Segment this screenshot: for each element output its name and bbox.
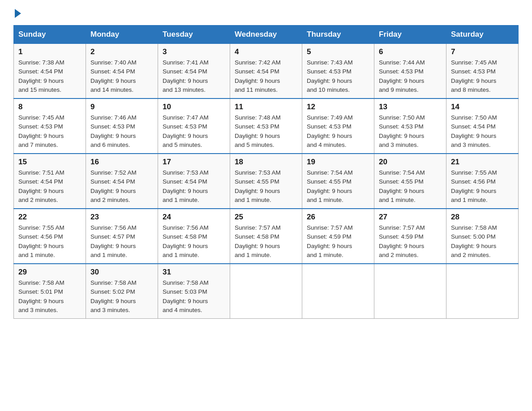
weekday-header-tuesday: Tuesday [158, 26, 230, 44]
day-number: 29 [18, 268, 81, 277]
day-info: Sunrise: 7:50 AMSunset: 4:53 PMDaylight:… [379, 113, 442, 150]
calendar-cell: 9Sunrise: 7:46 AMSunset: 4:53 PMDaylight… [86, 98, 158, 154]
day-info: Sunrise: 7:57 AMSunset: 4:58 PMDaylight:… [235, 223, 297, 260]
calendar-cell: 7Sunrise: 7:45 AMSunset: 4:53 PMDaylight… [446, 44, 519, 99]
calendar-cell: 8Sunrise: 7:45 AMSunset: 4:53 PMDaylight… [14, 98, 86, 154]
day-info: Sunrise: 7:52 AMSunset: 4:54 PMDaylight:… [90, 168, 153, 205]
day-number: 28 [451, 213, 514, 222]
weekday-header-monday: Monday [86, 26, 158, 44]
calendar-cell: 5Sunrise: 7:43 AMSunset: 4:53 PMDaylight… [302, 44, 374, 99]
day-info: Sunrise: 7:43 AMSunset: 4:53 PMDaylight:… [307, 58, 369, 94]
day-info: Sunrise: 7:53 AMSunset: 4:54 PMDaylight:… [163, 168, 225, 205]
calendar-cell: 6Sunrise: 7:44 AMSunset: 4:53 PMDaylight… [374, 44, 446, 99]
calendar-cell: 12Sunrise: 7:49 AMSunset: 4:53 PMDayligh… [302, 98, 374, 154]
day-number: 15 [18, 158, 81, 167]
day-info: Sunrise: 7:57 AMSunset: 4:59 PMDaylight:… [379, 223, 442, 260]
day-info: Sunrise: 7:44 AMSunset: 4:53 PMDaylight:… [379, 58, 442, 94]
calendar-cell: 15Sunrise: 7:51 AMSunset: 4:54 PMDayligh… [14, 154, 86, 209]
day-number: 10 [163, 103, 225, 111]
day-info: Sunrise: 7:58 AMSunset: 5:02 PMDaylight:… [90, 278, 153, 315]
calendar-table: SundayMondayTuesdayWednesdayThursdayFrid… [13, 25, 519, 319]
day-number: 1 [18, 47, 81, 56]
calendar-week-row: 1Sunrise: 7:38 AMSunset: 4:54 PMDaylight… [14, 44, 519, 99]
calendar-cell: 16Sunrise: 7:52 AMSunset: 4:54 PMDayligh… [86, 154, 158, 209]
day-info: Sunrise: 7:46 AMSunset: 4:53 PMDaylight:… [90, 113, 153, 150]
calendar-cell: 30Sunrise: 7:58 AMSunset: 5:02 PMDayligh… [86, 264, 158, 319]
day-number: 17 [163, 158, 225, 167]
calendar-cell: 17Sunrise: 7:53 AMSunset: 4:54 PMDayligh… [158, 154, 230, 209]
calendar-cell: 11Sunrise: 7:48 AMSunset: 4:53 PMDayligh… [230, 98, 302, 154]
day-number: 9 [90, 103, 153, 111]
day-info: Sunrise: 7:53 AMSunset: 4:55 PMDaylight:… [235, 168, 297, 205]
day-number: 31 [163, 268, 225, 277]
day-number: 22 [18, 213, 81, 222]
page-header [13, 9, 519, 16]
calendar-cell [446, 264, 519, 319]
calendar-week-row: 8Sunrise: 7:45 AMSunset: 4:53 PMDaylight… [14, 98, 519, 154]
calendar-cell: 22Sunrise: 7:55 AMSunset: 4:56 PMDayligh… [14, 209, 86, 264]
calendar-cell [374, 264, 446, 319]
logo-arrow-icon [15, 9, 21, 18]
calendar-cell: 18Sunrise: 7:53 AMSunset: 4:55 PMDayligh… [230, 154, 302, 209]
calendar-cell: 27Sunrise: 7:57 AMSunset: 4:59 PMDayligh… [374, 209, 446, 264]
logo-general [13, 9, 21, 18]
day-info: Sunrise: 7:50 AMSunset: 4:54 PMDaylight:… [451, 113, 514, 150]
day-number: 13 [379, 103, 442, 111]
calendar-cell: 19Sunrise: 7:54 AMSunset: 4:55 PMDayligh… [302, 154, 374, 209]
day-info: Sunrise: 7:51 AMSunset: 4:54 PMDaylight:… [18, 168, 81, 205]
day-info: Sunrise: 7:54 AMSunset: 4:55 PMDaylight:… [379, 168, 442, 205]
calendar-cell: 2Sunrise: 7:40 AMSunset: 4:54 PMDaylight… [86, 44, 158, 99]
logo [13, 9, 21, 16]
day-info: Sunrise: 7:54 AMSunset: 4:55 PMDaylight:… [307, 168, 369, 205]
calendar-week-row: 15Sunrise: 7:51 AMSunset: 4:54 PMDayligh… [14, 154, 519, 209]
day-number: 25 [235, 213, 297, 222]
calendar-week-row: 29Sunrise: 7:58 AMSunset: 5:01 PMDayligh… [14, 264, 519, 319]
calendar-cell: 23Sunrise: 7:56 AMSunset: 4:57 PMDayligh… [86, 209, 158, 264]
calendar-cell: 1Sunrise: 7:38 AMSunset: 4:54 PMDaylight… [14, 44, 86, 99]
day-number: 20 [379, 158, 442, 167]
day-info: Sunrise: 7:38 AMSunset: 4:54 PMDaylight:… [18, 58, 81, 94]
day-info: Sunrise: 7:42 AMSunset: 4:54 PMDaylight:… [235, 58, 297, 94]
calendar-cell: 24Sunrise: 7:56 AMSunset: 4:58 PMDayligh… [158, 209, 230, 264]
day-number: 6 [379, 47, 442, 56]
day-info: Sunrise: 7:49 AMSunset: 4:53 PMDaylight:… [307, 113, 369, 150]
day-number: 21 [451, 158, 514, 167]
calendar-cell: 4Sunrise: 7:42 AMSunset: 4:54 PMDaylight… [230, 44, 302, 99]
day-number: 26 [307, 213, 369, 222]
day-number: 23 [90, 213, 153, 222]
day-number: 2 [90, 47, 153, 56]
day-number: 4 [235, 47, 297, 56]
day-number: 27 [379, 213, 442, 222]
day-number: 8 [18, 103, 81, 111]
calendar-cell: 25Sunrise: 7:57 AMSunset: 4:58 PMDayligh… [230, 209, 302, 264]
calendar-cell: 21Sunrise: 7:55 AMSunset: 4:56 PMDayligh… [446, 154, 519, 209]
day-info: Sunrise: 7:41 AMSunset: 4:54 PMDaylight:… [163, 58, 225, 94]
calendar-cell: 3Sunrise: 7:41 AMSunset: 4:54 PMDaylight… [158, 44, 230, 99]
calendar-cell: 31Sunrise: 7:58 AMSunset: 5:03 PMDayligh… [158, 264, 230, 319]
day-info: Sunrise: 7:58 AMSunset: 5:03 PMDaylight:… [163, 278, 225, 315]
day-info: Sunrise: 7:47 AMSunset: 4:53 PMDaylight:… [163, 113, 225, 150]
day-number: 18 [235, 158, 297, 167]
calendar-cell: 28Sunrise: 7:58 AMSunset: 5:00 PMDayligh… [446, 209, 519, 264]
day-number: 24 [163, 213, 225, 222]
calendar-cell: 13Sunrise: 7:50 AMSunset: 4:53 PMDayligh… [374, 98, 446, 154]
day-info: Sunrise: 7:40 AMSunset: 4:54 PMDaylight:… [90, 58, 153, 94]
day-info: Sunrise: 7:45 AMSunset: 4:53 PMDaylight:… [18, 113, 81, 150]
day-info: Sunrise: 7:58 AMSunset: 5:01 PMDaylight:… [18, 278, 81, 315]
calendar-cell: 26Sunrise: 7:57 AMSunset: 4:59 PMDayligh… [302, 209, 374, 264]
calendar-cell [230, 264, 302, 319]
calendar-cell [302, 264, 374, 319]
weekday-header-sunday: Sunday [14, 26, 86, 44]
day-info: Sunrise: 7:57 AMSunset: 4:59 PMDaylight:… [307, 223, 369, 260]
day-number: 14 [451, 103, 514, 111]
day-number: 30 [90, 268, 153, 277]
day-info: Sunrise: 7:58 AMSunset: 5:00 PMDaylight:… [451, 223, 514, 260]
day-number: 16 [90, 158, 153, 167]
weekday-header-row: SundayMondayTuesdayWednesdayThursdayFrid… [14, 26, 519, 44]
day-number: 3 [163, 47, 225, 56]
calendar-week-row: 22Sunrise: 7:55 AMSunset: 4:56 PMDayligh… [14, 209, 519, 264]
day-info: Sunrise: 7:56 AMSunset: 4:57 PMDaylight:… [90, 223, 153, 260]
day-info: Sunrise: 7:56 AMSunset: 4:58 PMDaylight:… [163, 223, 225, 260]
weekday-header-thursday: Thursday [302, 26, 374, 44]
calendar-cell: 14Sunrise: 7:50 AMSunset: 4:54 PMDayligh… [446, 98, 519, 154]
